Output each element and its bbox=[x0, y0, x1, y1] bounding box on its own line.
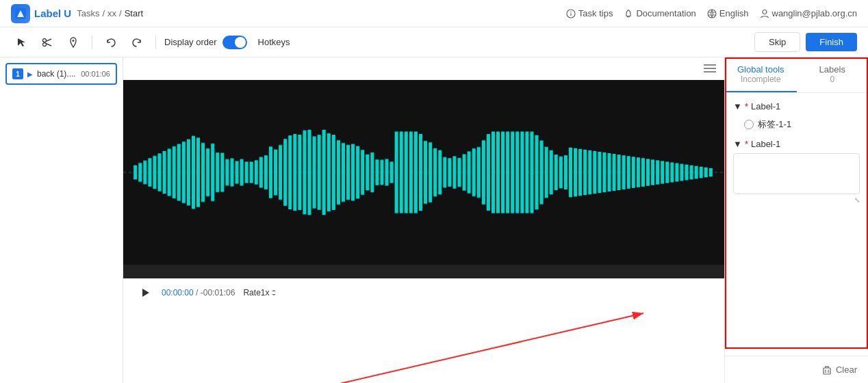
right-panel-tabs: Global tools Incomplete Labels 0 bbox=[725, 57, 868, 93]
language-selector[interactable]: English bbox=[707, 8, 749, 18]
label-req-star: * bbox=[745, 101, 748, 111]
trash-icon bbox=[822, 365, 832, 375]
undo-button[interactable] bbox=[101, 32, 121, 53]
play-button[interactable] bbox=[137, 285, 153, 301]
breadcrumb: Tasks / xx / Start bbox=[77, 8, 143, 18]
user-menu[interactable]: wanglin@pjlab.org.cn bbox=[760, 8, 858, 18]
nav-left: Label U Tasks / xx / Start bbox=[11, 4, 143, 23]
svg-line-10 bbox=[46, 43, 51, 46]
label-1-header[interactable]: ▼ *Label-1 bbox=[733, 101, 860, 111]
label-1-option[interactable]: 标签-1-1 bbox=[733, 116, 860, 133]
pin-tool[interactable] bbox=[63, 32, 84, 53]
label-section-2: ▼ *Label-1 ⤡ bbox=[733, 139, 860, 204]
toolbar-divider-1 bbox=[92, 36, 92, 49]
breadcrumb-sep1: / bbox=[102, 8, 105, 18]
tab-labels[interactable]: Labels 0 bbox=[797, 57, 869, 92]
tab-global-status: Incomplete bbox=[725, 75, 797, 84]
redo-button[interactable] bbox=[127, 32, 147, 53]
play-icon bbox=[140, 287, 151, 298]
radio-icon bbox=[744, 120, 754, 129]
svg-marker-16 bbox=[272, 294, 276, 295]
time-separator: / bbox=[196, 288, 201, 298]
scissors-tool[interactable] bbox=[37, 32, 58, 53]
audio-item-name: back (1).... bbox=[37, 69, 77, 79]
controls-bar: 00:00:00 / -00:01:06 Rate1x bbox=[123, 278, 724, 306]
audio-list-item[interactable]: 1 ▶ back (1).... 00:01:06 bbox=[5, 63, 117, 85]
scissors-icon bbox=[42, 37, 53, 48]
label-1-option-text: 标签-1-1 bbox=[758, 118, 791, 131]
logo[interactable]: Label U bbox=[11, 4, 71, 23]
label-2-title: Label-1 bbox=[751, 139, 780, 149]
svg-rect-19 bbox=[824, 368, 830, 374]
tab-labels-label: Labels bbox=[819, 64, 845, 75]
svg-point-8 bbox=[43, 42, 47, 46]
skip-button[interactable]: Skip bbox=[754, 32, 800, 52]
resize-handle: ⤡ bbox=[733, 196, 860, 204]
display-order-control: Display order bbox=[164, 36, 247, 49]
main-content: 1 ▶ back (1).... 00:01:06 ‹ bbox=[0, 57, 868, 383]
bell-icon bbox=[624, 9, 633, 18]
select-icon bbox=[16, 37, 27, 48]
time-display: 00:00:00 / -00:01:06 bbox=[162, 288, 235, 298]
svg-point-3 bbox=[570, 11, 572, 12]
user-icon bbox=[760, 9, 769, 18]
menu-icon[interactable] bbox=[701, 62, 719, 75]
finish-button[interactable]: Finish bbox=[806, 33, 857, 51]
time-current: 00:00:00 bbox=[162, 288, 194, 298]
svg-point-7 bbox=[43, 38, 47, 42]
tab-global-tools[interactable]: Global tools Incomplete bbox=[725, 57, 797, 92]
rate-control[interactable]: Rate1x bbox=[243, 288, 277, 298]
waveform-display[interactable]: ‹ bbox=[123, 80, 724, 265]
hotkeys-button[interactable]: Hotkeys bbox=[253, 34, 296, 50]
label-section-1: ▼ *Label-1 标签-1-1 bbox=[733, 101, 860, 133]
label-textarea[interactable] bbox=[733, 153, 860, 194]
breadcrumb-tasks[interactable]: Tasks bbox=[77, 8, 99, 18]
svg-point-6 bbox=[763, 10, 767, 14]
play-small-icon: ▶ bbox=[27, 70, 33, 78]
pin-icon bbox=[68, 37, 79, 48]
toolbar: Display order Hotkeys Skip Finish bbox=[0, 27, 868, 57]
label-2-header[interactable]: ▼ *Label-1 bbox=[733, 139, 860, 149]
timeline-bar bbox=[123, 265, 724, 278]
task-tips-icon bbox=[566, 9, 576, 18]
triangle-icon: ▼ bbox=[733, 101, 742, 111]
documentation-link[interactable]: Documentation bbox=[624, 8, 695, 18]
waveform-toolbar bbox=[123, 57, 724, 80]
display-order-label: Display order bbox=[164, 37, 217, 47]
left-panel: 1 ▶ back (1).... 00:01:06 bbox=[0, 57, 123, 383]
tab-labels-count: 0 bbox=[797, 75, 869, 84]
clear-footer[interactable]: Clear bbox=[725, 356, 868, 383]
label-1-title: Label-1 bbox=[751, 101, 780, 111]
svg-marker-15 bbox=[272, 290, 276, 291]
triangle-icon-2: ▼ bbox=[733, 139, 742, 149]
svg-line-18 bbox=[260, 313, 643, 383]
undo-icon bbox=[105, 37, 116, 48]
redo-icon bbox=[131, 37, 142, 48]
display-order-toggle[interactable] bbox=[222, 36, 247, 49]
svg-point-11 bbox=[73, 40, 75, 42]
svg-marker-14 bbox=[142, 289, 149, 297]
breadcrumb-current: Start bbox=[125, 8, 143, 18]
annotation-arrow-svg bbox=[123, 306, 724, 383]
language-icon bbox=[707, 9, 717, 18]
svg-point-5 bbox=[708, 10, 716, 18]
toolbar-divider-2 bbox=[155, 36, 156, 49]
label-req-star-2: * bbox=[745, 139, 748, 149]
clear-label: Clear bbox=[836, 365, 857, 375]
logo-icon bbox=[11, 4, 30, 23]
top-navigation: Label U Tasks / xx / Start Task tips Doc… bbox=[0, 0, 868, 27]
svg-line-9 bbox=[46, 39, 51, 42]
nav-right: Task tips Documentation English wangli bbox=[566, 8, 857, 18]
select-tool[interactable] bbox=[11, 32, 31, 53]
rate-label: Rate1x bbox=[243, 288, 269, 298]
rate-stepper-icon bbox=[270, 289, 277, 296]
right-panel-body: ▼ *Label-1 标签-1-1 ▼ *Label-1 ⤡ bbox=[725, 93, 868, 356]
audio-item-time: 00:01:06 bbox=[81, 70, 110, 78]
app-name: Label U bbox=[34, 8, 71, 19]
right-panel: Global tools Incomplete Labels 0 ▼ *Labe… bbox=[724, 57, 868, 383]
breadcrumb-xx[interactable]: xx bbox=[107, 8, 116, 18]
empty-area bbox=[123, 306, 724, 383]
audio-item-index: 1 bbox=[12, 68, 23, 79]
tab-global-label: Global tools bbox=[737, 64, 784, 75]
task-tips-link[interactable]: Task tips bbox=[566, 8, 613, 18]
